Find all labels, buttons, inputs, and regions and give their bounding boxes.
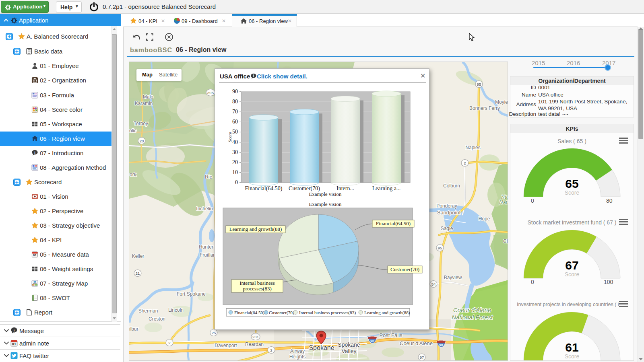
- svg-text:Sandpoint: Sandpoint: [437, 210, 461, 216]
- svg-text:Naples: Naples: [465, 145, 480, 150]
- svg-text:Learning and growth(88): Learning and growth(88): [364, 310, 410, 315]
- svg-text:25: 25: [212, 331, 216, 335]
- svg-text:ilbur: ilbur: [129, 326, 138, 332]
- svg-text:0: 0: [235, 179, 238, 185]
- svg-text:Score: Score: [227, 132, 232, 142]
- svg-text:Spokane: Spokane: [338, 341, 360, 348]
- svg-text:Keller: Keller: [132, 253, 144, 259]
- svg-text:Coeur d'Alene: Coeur d'Alene: [400, 340, 433, 346]
- svg-text:97: 97: [420, 355, 424, 360]
- svg-text:Customer(70): Customer(70): [390, 266, 419, 272]
- svg-text:90: 90: [232, 88, 238, 95]
- svg-text:processes(83): processes(83): [243, 286, 271, 292]
- svg-text:Airway: Airway: [290, 348, 305, 354]
- svg-text:50: 50: [232, 129, 238, 135]
- svg-text:40: 40: [232, 139, 238, 145]
- svg-text:Learning and growth(88): Learning and growth(88): [229, 226, 282, 232]
- svg-text:80: 80: [232, 99, 238, 105]
- svg-text:30: 30: [232, 149, 238, 155]
- svg-text:Davenport: Davenport: [215, 343, 237, 348]
- svg-text:395: 395: [207, 90, 214, 95]
- svg-text:Fruitlan: Fruitlan: [200, 252, 216, 258]
- svg-text:Bayview: Bayview: [444, 275, 462, 280]
- svg-text:Nationa: Nationa: [499, 199, 508, 205]
- svg-text:20: 20: [232, 159, 238, 165]
- svg-text:Ric: Ric: [205, 174, 212, 180]
- svg-text:Bonners Ferry: Bonners Ferry: [469, 105, 500, 111]
- svg-text:Example vision: Example vision: [309, 191, 342, 197]
- svg-text:2: 2: [168, 341, 170, 345]
- svg-text:i: i: [34, 150, 35, 154]
- svg-text:Example vision: Example vision: [309, 201, 342, 207]
- svg-text:Internal business: Internal business: [239, 280, 275, 286]
- svg-text:95: 95: [477, 82, 481, 86]
- svg-text:Valley: Valley: [341, 348, 356, 354]
- svg-text:Internal business processes(83: Internal business processes(83): [299, 310, 356, 315]
- svg-text:Hunter: Hunter: [199, 244, 213, 250]
- svg-text:Sagle: Sagle: [441, 226, 453, 231]
- svg-text:Clark: Clark: [503, 239, 508, 244]
- svg-text:95: 95: [438, 246, 442, 250]
- svg-text:Creston: Creston: [149, 316, 165, 322]
- svg-text:01: 01: [12, 342, 16, 346]
- svg-text:Financial(64.50): Financial(64.50): [376, 220, 411, 226]
- svg-text:Financial(64.50): Financial(64.50): [234, 310, 264, 315]
- svg-text:ork: ork: [130, 172, 137, 177]
- svg-text:Fort Spokane: Fort Spokane: [177, 291, 206, 297]
- svg-text:Intern...: Intern...: [336, 185, 354, 191]
- svg-text:Customer(70): Customer(70): [269, 310, 294, 315]
- svg-text:54: 54: [431, 282, 436, 286]
- svg-text:Karamin: Karamin: [135, 101, 153, 106]
- svg-text:Ponderay: Ponderay: [436, 203, 457, 209]
- svg-text:10: 10: [232, 169, 238, 175]
- svg-text:01: 01: [33, 253, 37, 257]
- svg-text:Moyie S: Moyie S: [495, 99, 508, 105]
- svg-text:olic: olic: [129, 128, 136, 134]
- svg-text:Incheliu: Incheliu: [196, 206, 213, 212]
- svg-text:Hope: Hope: [479, 216, 490, 222]
- svg-text:Colburn: Colburn: [443, 183, 460, 189]
- svg-text:Coeur d'Alene: Coeur d'Alene: [453, 306, 491, 313]
- svg-text:70: 70: [232, 109, 238, 115]
- svg-text:Learning a...: Learning a...: [372, 185, 401, 191]
- svg-text:Spokane: Spokane: [309, 344, 334, 351]
- svg-text:90: 90: [370, 339, 374, 343]
- svg-text:Malo: Malo: [143, 94, 153, 100]
- svg-text:Heights: Heights: [289, 354, 306, 360]
- svg-text:231: 231: [252, 335, 259, 339]
- svg-text:Reardan: Reardan: [245, 341, 264, 347]
- svg-text:Financial(64.50): Financial(64.50): [245, 185, 283, 192]
- svg-text:60: 60: [232, 119, 238, 125]
- svg-text:21: 21: [136, 271, 140, 276]
- svg-text:National Forest: National Forest: [452, 314, 493, 321]
- svg-text:90: 90: [439, 343, 443, 347]
- svg-text:2: 2: [464, 161, 466, 165]
- svg-text:Post Falls: Post Falls: [379, 332, 402, 338]
- svg-text:2: 2: [270, 348, 272, 352]
- svg-text:Lincoln: Lincoln: [168, 307, 184, 313]
- svg-text:Torboy: Torboy: [134, 121, 148, 126]
- svg-text:20: 20: [140, 139, 144, 143]
- svg-text:Sherman: Sherman: [138, 308, 158, 314]
